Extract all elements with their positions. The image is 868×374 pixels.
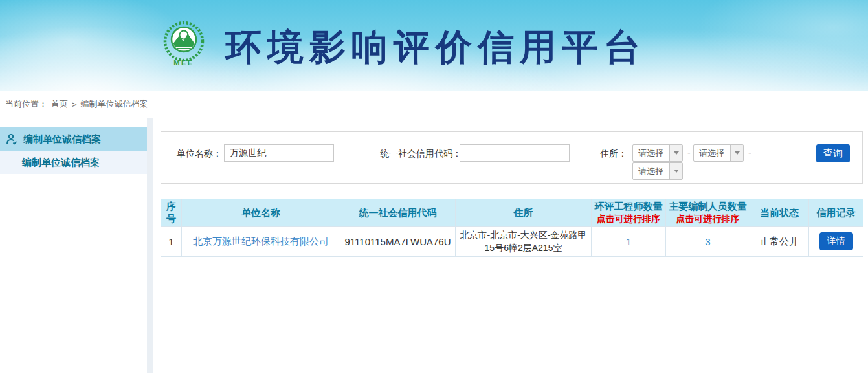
header-seq: 序号 (161, 199, 182, 227)
mee-logo-icon: MEE (162, 18, 206, 72)
district-select[interactable]: 请选择 (632, 162, 683, 180)
credit-code-label: 统一社会信用代码： (380, 148, 462, 160)
table-row: 1 北京万源世纪环保科技有限公司 91110115MA7LWUA76U 北京市-… (161, 227, 863, 257)
site-header: MEE 环境影响评价信用平台 (0, 0, 868, 91)
breadcrumb: 当前位置： 首页 > 编制单位诚信档案 (0, 91, 868, 118)
unit-name-label: 单位名称： (177, 148, 222, 160)
header-engineer-count-sortable[interactable]: 环评工程师数量 点击可进行排序 (592, 199, 666, 227)
sort-hint: 点击可进行排序 (669, 214, 747, 225)
credit-code-input[interactable] (460, 144, 570, 162)
cell-seq: 1 (161, 227, 182, 257)
main-area: 编制单位诚信档案 编制单位诚信档案 单位名称： 统一社会信用代码： 住所： 请选… (0, 118, 868, 373)
engineer-count-link[interactable]: 1 (626, 236, 631, 247)
breadcrumb-separator: > (72, 100, 77, 109)
unit-name-input[interactable] (224, 144, 334, 162)
district-select-value: 请选择 (633, 163, 669, 179)
staff-count-link[interactable]: 3 (705, 236, 710, 247)
address-separator-2: - (748, 148, 751, 158)
site-title: 环境影响评价信用平台 (225, 23, 646, 72)
chevron-down-icon[interactable] (669, 163, 682, 179)
sidebar: 编制单位诚信档案 编制单位诚信档案 (0, 127, 147, 174)
province-select-value: 请选择 (633, 145, 669, 161)
company-name-link[interactable]: 北京万源世纪环保科技有限公司 (193, 236, 329, 247)
header-unit-name: 单位名称 (182, 199, 340, 227)
sidebar-item-unit-credit-archive[interactable]: 编制单位诚信档案 (0, 127, 147, 151)
header-staff-count-sortable[interactable]: 主要编制人员数量 点击可进行排序 (666, 199, 750, 227)
breadcrumb-prefix: 当前位置： (5, 98, 47, 110)
header-address: 住所 (456, 199, 592, 227)
sidebar-subitem-label: 编制单位诚信档案 (22, 157, 100, 169)
address-label: 住所： (600, 148, 627, 160)
address-separator-1: - (687, 148, 691, 158)
header-credit-code: 统一社会信用代码 (340, 199, 456, 227)
province-select[interactable]: 请选择 (632, 144, 683, 162)
breadcrumb-current: 编制单位诚信档案 (81, 98, 148, 110)
search-panel: 单位名称： 统一社会信用代码： 住所： 请选择 - 请选择 - 请选择 查询 (161, 131, 863, 184)
sidebar-subitem-unit-credit-archive[interactable]: 编制单位诚信档案 (0, 151, 147, 174)
query-button[interactable]: 查询 (816, 144, 850, 162)
header-engineer-count-label: 环评工程师数量 (595, 201, 663, 212)
city-select-value: 请选择 (694, 145, 730, 161)
table-header-row: 序号 单位名称 统一社会信用代码 住所 环评工程师数量 点击可进行排序 主要编制… (161, 199, 863, 227)
result-table: 序号 单位名称 统一社会信用代码 住所 环评工程师数量 点击可进行排序 主要编制… (161, 199, 863, 257)
chevron-down-icon[interactable] (669, 145, 682, 161)
city-select[interactable]: 请选择 (693, 144, 744, 162)
header-status: 当前状态 (750, 199, 809, 227)
sidebar-item-label: 编制单位诚信档案 (23, 133, 101, 146)
cell-credit-code: 91110115MA7LWUA76U (340, 227, 456, 257)
chevron-down-icon[interactable] (730, 145, 743, 161)
sidebar-divider (147, 118, 153, 373)
breadcrumb-home-link[interactable]: 首页 (51, 98, 68, 110)
sort-hint: 点击可进行排序 (594, 214, 663, 225)
mee-logo-text: MEE (173, 59, 194, 67)
user-check-icon (5, 133, 18, 146)
cell-address: 北京市-北京市-大兴区-金苑路甲15号6幢2层A215室 (456, 227, 592, 257)
cell-status: 正常公开 (750, 227, 809, 257)
header-staff-count-label: 主要编制人员数量 (669, 201, 747, 212)
header-credit-record: 信用记录 (809, 199, 863, 227)
detail-button[interactable]: 详情 (819, 232, 853, 250)
